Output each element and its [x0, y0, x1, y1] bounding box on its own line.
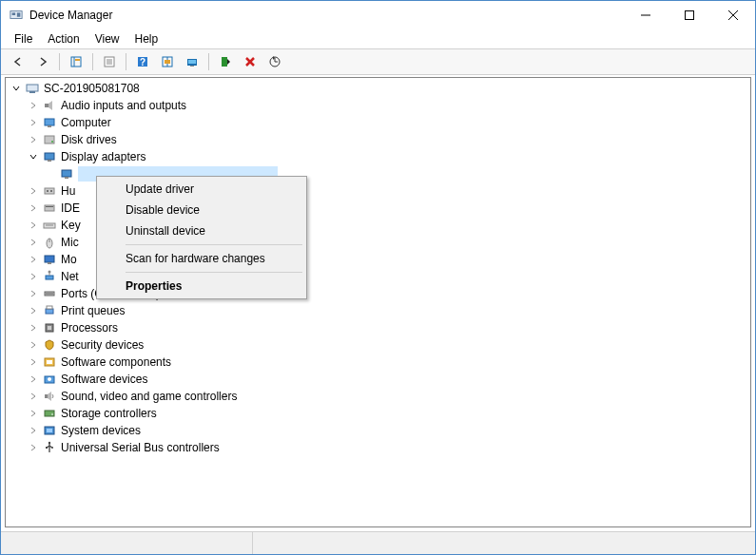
close-button[interactable]: [711, 1, 755, 29]
ctx-separator: [126, 272, 302, 273]
chevron-right-icon[interactable]: [27, 219, 40, 232]
toolbar-separator: [59, 53, 60, 70]
disk-icon: [42, 132, 57, 147]
ctx-uninstall-device[interactable]: Uninstall device: [99, 220, 304, 241]
system-icon: [42, 423, 57, 438]
chevron-right-icon[interactable]: [27, 373, 40, 386]
tree-category[interactable]: Display adapters: [6, 148, 750, 165]
svg-point-39: [50, 190, 52, 192]
update-driver-button[interactable]: [181, 51, 204, 72]
chevron-right-icon[interactable]: [27, 287, 40, 300]
svg-rect-61: [47, 360, 52, 364]
status-cell: [1, 532, 253, 554]
chevron-right-icon[interactable]: [27, 321, 40, 335]
tree-category[interactable]: Security devices: [6, 336, 750, 354]
swcomp-icon: [42, 354, 57, 370]
svg-rect-4: [686, 11, 694, 20]
tree-category[interactable]: Sound, video and game controllers: [6, 388, 750, 405]
chevron-right-icon[interactable]: [27, 355, 40, 369]
tree-root[interactable]: SC-201905081708: [6, 80, 750, 97]
category-label: Mo: [61, 253, 77, 266]
tree-category[interactable]: Computer: [6, 114, 750, 131]
context-menu: Update driver Disable device Uninstall d…: [96, 176, 307, 299]
menu-view[interactable]: View: [89, 30, 126, 48]
chevron-right-icon[interactable]: [27, 270, 40, 283]
ctx-scan-hardware[interactable]: Scan for hardware changes: [99, 248, 304, 269]
help-button[interactable]: ?: [131, 51, 154, 72]
window-controls: [624, 1, 755, 29]
ctx-properties[interactable]: Properties: [99, 276, 304, 297]
tree-category[interactable]: Print queues: [6, 302, 750, 319]
chevron-right-icon[interactable]: [27, 304, 40, 317]
monitor-icon: [42, 252, 57, 267]
swdev-icon: [42, 372, 57, 387]
storage-icon: [42, 406, 57, 421]
svg-rect-57: [47, 306, 52, 309]
chevron-down-icon[interactable]: [27, 150, 40, 163]
enable-button[interactable]: [214, 51, 237, 72]
minimize-button[interactable]: [624, 1, 668, 29]
svg-rect-20: [188, 60, 196, 64]
tree-category[interactable]: Software devices: [6, 371, 750, 388]
svg-rect-70: [46, 447, 48, 449]
display-icon: [59, 166, 74, 182]
cpu-icon: [42, 320, 57, 335]
tree-category[interactable]: System devices: [6, 422, 750, 439]
back-button[interactable]: [7, 51, 29, 72]
category-label: Key: [61, 219, 81, 232]
maximize-button[interactable]: [668, 1, 711, 29]
chevron-right-icon[interactable]: [27, 236, 40, 249]
menubar: File Action View Help: [1, 29, 755, 48]
chevron-right-icon[interactable]: [27, 338, 40, 352]
svg-point-63: [48, 377, 51, 381]
category-label: Print queues: [61, 304, 125, 317]
scan-hardware-button[interactable]: [263, 51, 286, 72]
chevron-down-icon[interactable]: [10, 82, 23, 95]
chevron-right-icon[interactable]: [27, 424, 40, 437]
tree-category[interactable]: Universal Serial Bus controllers: [6, 439, 750, 456]
chevron-right-icon[interactable]: [27, 133, 40, 146]
scan-button[interactable]: [156, 51, 179, 72]
svg-rect-41: [46, 206, 53, 207]
tree-category[interactable]: Software components: [6, 354, 750, 371]
menu-help[interactable]: Help: [129, 30, 165, 48]
tree-category[interactable]: Disk drives: [6, 131, 750, 148]
menu-action[interactable]: Action: [42, 30, 85, 48]
svg-rect-21: [190, 66, 194, 67]
hid-icon: [42, 183, 57, 199]
svg-rect-68: [47, 429, 52, 432]
chevron-right-icon[interactable]: [27, 184, 40, 198]
tree-category[interactable]: Audio inputs and outputs: [6, 97, 750, 114]
show-hide-button[interactable]: [65, 51, 87, 72]
category-label: Universal Serial Bus controllers: [61, 441, 220, 454]
app-icon: [9, 8, 24, 23]
ctx-update-driver[interactable]: Update driver: [99, 179, 304, 200]
chevron-right-icon[interactable]: [27, 407, 40, 420]
category-label: Display adapters: [61, 150, 145, 163]
category-label: Processors: [61, 321, 118, 335]
svg-rect-35: [62, 170, 71, 177]
forward-button[interactable]: [31, 51, 54, 72]
chevron-right-icon[interactable]: [27, 441, 40, 454]
svg-rect-46: [45, 256, 54, 262]
svg-rect-47: [48, 262, 51, 264]
svg-rect-9: [75, 59, 80, 61]
menu-file[interactable]: File: [9, 30, 38, 48]
tree-category[interactable]: Storage controllers: [6, 405, 750, 422]
device-tree[interactable]: SC-201905081708 Audio inputs and outputs…: [5, 77, 751, 527]
ctx-disable-device[interactable]: Disable device: [99, 200, 304, 220]
svg-point-66: [51, 413, 53, 415]
svg-point-50: [48, 271, 51, 274]
category-label: IDE: [61, 201, 80, 215]
svg-rect-36: [65, 177, 68, 179]
svg-point-54: [49, 293, 50, 294]
properties-button[interactable]: [98, 51, 121, 72]
svg-rect-40: [45, 205, 54, 211]
tree-category[interactable]: Processors: [6, 319, 750, 336]
chevron-right-icon[interactable]: [27, 253, 40, 266]
chevron-right-icon[interactable]: [27, 201, 40, 215]
chevron-right-icon[interactable]: [27, 116, 40, 129]
uninstall-button[interactable]: [239, 51, 262, 72]
chevron-right-icon[interactable]: [27, 99, 40, 112]
chevron-right-icon[interactable]: [27, 390, 40, 403]
